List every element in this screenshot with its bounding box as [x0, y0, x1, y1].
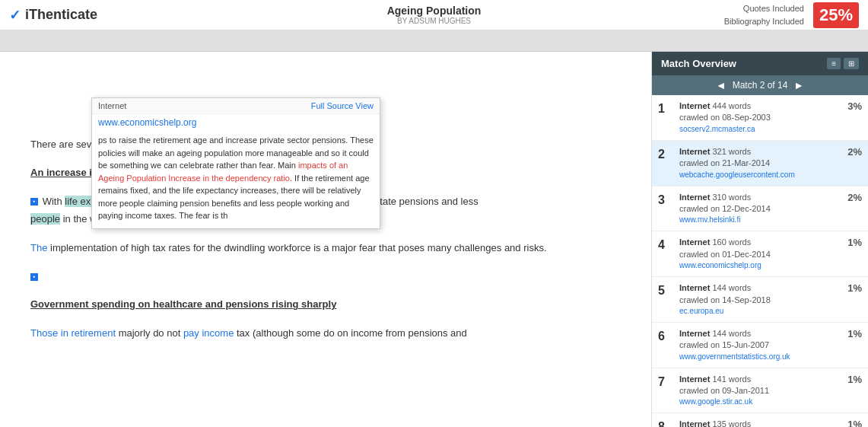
match-details: Internet 135 words crawled on 17-Mar-202… [679, 419, 839, 427]
score-labels: Quotes Included Bibliography Included [724, 2, 804, 27]
match-url: www.mv.helsinki.fi [679, 215, 839, 225]
tooltip-url-link[interactable]: www.economicshelp.org [92, 114, 380, 131]
match-type: Internet [679, 147, 710, 156]
para3-mid: majorly do not [119, 327, 183, 339]
match-next-button[interactable]: ► [793, 79, 804, 91]
match-url: www.governmentstatistics.org.uk [679, 352, 839, 362]
match-prev-button[interactable]: ◄ [716, 79, 727, 91]
marker-2: ▪ [30, 273, 38, 281]
match-type: Internet [679, 374, 710, 384]
tooltip-header: Internet Full Source View [92, 98, 380, 114]
top-right-info: Quotes Included Bibliography Included 25… [724, 2, 859, 28]
match-item[interactable]: 2 Internet 321 words crawled on 21-Mar-2… [652, 141, 868, 186]
match-words: 144 words [712, 329, 751, 338]
match-type: Internet [679, 329, 710, 338]
match-item[interactable]: 7 Internet 141 words crawled on 09-Jan-2… [652, 368, 868, 414]
source-tooltip-popup: Internet Full Source View www.economicsh… [91, 97, 380, 229]
top-bar: ✓ iThenticate Ageing Population BY ADSUM… [0, 0, 868, 30]
match-number: 1 [658, 102, 673, 116]
match-item[interactable]: 6 Internet 144 words crawled on 15-Jun-2… [652, 323, 868, 368]
match-crawled: crawled on 08-Sep-2003 [679, 112, 839, 123]
match-number: 2 [658, 148, 673, 161]
match-details: Internet 444 words crawled on 08-Sep-200… [679, 100, 839, 135]
match-words: 160 words [712, 237, 751, 247]
sub-toolbar [0, 30, 868, 52]
match-words: 144 words [712, 283, 751, 292]
match-percent: 3% [839, 100, 862, 112]
bibliography-included-label: Bibliography Included [724, 15, 804, 28]
main-layout: Internet Full Source View www.economicsh… [0, 52, 868, 427]
logo-check-icon: ✓ [9, 7, 21, 24]
sidebar-view-toggle-btn2[interactable]: ⊞ [844, 58, 859, 69]
match-details: Internet 144 words crawled on 14-Sep-201… [679, 282, 839, 317]
marker2-paragraph: ▪ [30, 267, 621, 285]
match-percent: 1% [839, 328, 862, 339]
para1-line2-highlight: people [30, 213, 60, 225]
para1-suffix: state pensions and less [375, 196, 479, 207]
match-percent: 2% [839, 146, 862, 158]
quotes-included-label: Quotes Included [724, 2, 804, 15]
match-number: 7 [658, 375, 673, 389]
match-nav-label: Match 2 of 14 [733, 80, 788, 91]
match-item[interactable]: 3 Internet 310 words crawled on 12-Dec-2… [652, 186, 868, 232]
matches-list[interactable]: 1 Internet 444 words crawled on 08-Sep-2… [652, 95, 868, 427]
para2-prefix: The [30, 242, 47, 253]
match-details: Internet 141 words crawled on 09-Jan-201… [679, 374, 839, 408]
para1-prefix: With [43, 196, 62, 207]
match-percent: 1% [839, 419, 862, 427]
match-crawled: crawled on 01-Dec-2014 [679, 249, 839, 260]
sidebar-view-toggle-btn1[interactable]: ≡ [827, 58, 841, 69]
match-number: 5 [658, 284, 673, 298]
para3-paragraph: Those in retirement majorly do not pay i… [30, 324, 621, 342]
para3-highlight: pay income [183, 327, 234, 339]
match-type: Internet [679, 237, 710, 247]
match-percent: 1% [839, 282, 862, 294]
match-url: ec.europa.eu [679, 306, 839, 317]
para2-text: implementation of high tax rates for the… [50, 242, 547, 253]
match-item[interactable]: 5 Internet 144 words crawled on 14-Sep-2… [652, 277, 868, 323]
sidebar-title: Match Overview [661, 58, 736, 69]
similarity-score-badge: 25% [813, 2, 859, 28]
document-title: Ageing Population [387, 5, 482, 17]
match-item[interactable]: 1 Internet 444 words crawled on 08-Sep-2… [652, 95, 868, 141]
match-percent: 2% [839, 192, 862, 203]
match-type: Internet [679, 101, 710, 110]
match-overview-sidebar: Match Overview ≡ ⊞ ◄ Match 2 of 14 ► 1 I… [651, 52, 868, 427]
match-item[interactable]: 8 Internet 135 words crawled on 17-Mar-2… [652, 413, 868, 427]
match-crawled: crawled on 21-Mar-2014 [679, 158, 839, 169]
match-url: socserv2.mcmaster.ca [679, 124, 839, 135]
match-number: 8 [658, 420, 673, 427]
heading2-text: Government spending on healthcare and pe… [30, 298, 336, 310]
match-crawled: crawled on 15-Jun-2007 [679, 339, 839, 351]
match-number: 6 [658, 330, 673, 343]
match-url: webcache.googleusercontent.com [679, 170, 839, 180]
match-words: 141 words [712, 374, 751, 384]
marker-1: ▪ [30, 198, 38, 206]
sidebar-header-buttons: ≡ ⊞ [827, 58, 859, 69]
heading2-paragraph: Government spending on healthcare and pe… [30, 295, 621, 313]
match-words: 321 words [712, 147, 751, 156]
tooltip-full-source-link[interactable]: Full Source View [311, 101, 374, 110]
match-details: Internet 144 words crawled on 15-Jun-200… [679, 328, 839, 362]
match-navigation: ◄ Match 2 of 14 ► [652, 75, 868, 95]
match-percent: 1% [839, 237, 862, 248]
match-percent: 1% [839, 374, 862, 385]
para3-prefix: Those in retirement [30, 327, 116, 339]
match-words: 444 words [712, 101, 751, 110]
document-subtitle: BY ADSUM HUGHES [387, 17, 482, 25]
document-area[interactable]: Internet Full Source View www.economicsh… [0, 52, 651, 427]
match-type: Internet [679, 283, 710, 292]
para3-suffix: tax (although some do on income from pen… [237, 327, 467, 339]
match-item[interactable]: 4 Internet 160 words crawled on 01-Dec-2… [652, 231, 868, 277]
match-crawled: crawled on 09-Jan-2011 [679, 385, 839, 397]
match-type: Internet [679, 419, 710, 427]
logo-area: ✓ iThenticate [9, 7, 97, 24]
match-crawled: crawled on 14-Sep-2018 [679, 295, 839, 306]
match-words: 310 words [712, 193, 751, 202]
match-details: Internet 160 words crawled on 01-Dec-201… [679, 237, 839, 271]
match-url: www.economicshelp.org [679, 260, 839, 271]
tooltip-source-type: Internet [98, 101, 126, 110]
match-type: Internet [679, 193, 710, 202]
match-details: Internet 321 words crawled on 21-Mar-201… [679, 146, 839, 180]
match-number: 3 [658, 193, 673, 207]
